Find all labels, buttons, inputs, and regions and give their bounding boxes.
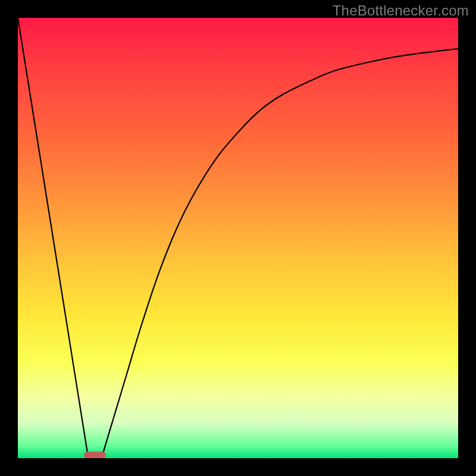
left-v-branch bbox=[18, 18, 88, 458]
plot-area bbox=[18, 18, 458, 458]
curves-layer bbox=[18, 18, 458, 458]
right-curve bbox=[102, 49, 458, 458]
chart-frame: TheBottlenecker.com bbox=[0, 0, 476, 476]
min-point-marker bbox=[84, 452, 106, 458]
watermark-text: TheBottlenecker.com bbox=[333, 2, 469, 19]
